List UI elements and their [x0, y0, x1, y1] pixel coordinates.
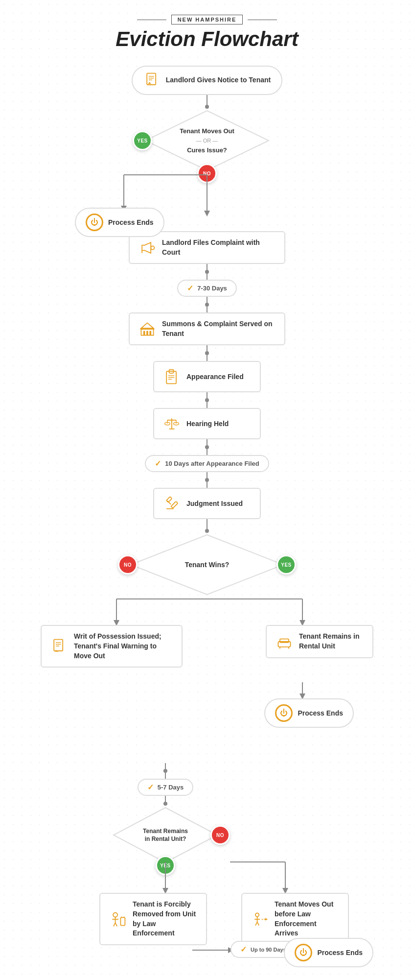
svg-point-72: [255, 913, 259, 916]
landlord-notice-label: Landlord Gives Notice to Tenant: [166, 75, 271, 85]
tenant-remains-q-label: Tenant Remainsin Rental Unit?: [143, 827, 188, 844]
process-ends-label-1: Process Ends: [108, 218, 154, 226]
tenant-moves-out-label: Tenant Moves Out— OR —Cures Issue?: [180, 126, 234, 155]
svg-marker-78: [265, 918, 268, 920]
hearing-box: Hearing Held: [153, 408, 261, 439]
hearing-label: Hearing Held: [186, 419, 229, 429]
tenant-wins-label: Tenant Wins?: [185, 561, 230, 569]
yes-circle-1: YES: [133, 131, 152, 150]
megaphone-icon: [138, 239, 156, 257]
branch-1: ⏻ Process Ends: [60, 172, 354, 231]
tenant-wins-diamond: Tenant Wins? NO YES: [129, 533, 285, 597]
scales-icon: [163, 415, 181, 432]
conn1: [207, 95, 207, 105]
days-7-30-label: 7-30 Days: [197, 285, 227, 292]
process-ends-label-3: Process Ends: [317, 949, 363, 956]
writ-box: Writ of Possession Issued; Tenant's Fina…: [41, 625, 183, 668]
process-ends-label-2: Process Ends: [298, 709, 343, 717]
writ-icon: [50, 638, 68, 655]
svg-point-13: [151, 246, 154, 249]
moves-out-before-box: Tenant Moves Out before Law Enforcement …: [241, 893, 349, 945]
svg-line-68: [115, 923, 117, 926]
courthouse-icon: [138, 320, 156, 338]
svg-marker-11: [142, 242, 151, 253]
svg-rect-33: [166, 497, 172, 502]
tenant-moves-out-diamond: Tenant Moves Out— OR —Cures Issue? YES N…: [143, 109, 271, 172]
state-label: NEW HAMPSHIRE: [171, 15, 243, 24]
document-icon: [143, 72, 161, 89]
svg-rect-32: [171, 502, 178, 508]
svg-rect-45: [54, 639, 63, 650]
branch-2: Writ of Possession Issued; Tenant's Fina…: [36, 597, 378, 763]
no-circle-3: NO: [210, 825, 230, 845]
power-icon-2: ⏻: [275, 704, 293, 722]
summons-label: Summons & Complaint Served on Tenant: [162, 319, 276, 338]
svg-marker-16: [141, 323, 153, 328]
conn2: [207, 264, 207, 270]
appearance-label: Appearance Filed: [186, 372, 244, 382]
moves-out-icon: [251, 910, 269, 928]
clipboard-icon: [163, 368, 181, 385]
svg-marker-10: [204, 211, 210, 216]
branch2-svg: [36, 597, 378, 763]
header-banner: NEW HAMPSHIRE: [137, 15, 277, 24]
judgment-label: Judgment Issued: [186, 499, 243, 509]
days-7-30-badge: ✓ 7-30 Days: [177, 280, 237, 297]
judgment-box: Judgment Issued: [153, 488, 261, 519]
days-10-badge: ✓ 10 Days after Appearance Filed: [145, 455, 269, 472]
tenant-remains-label: Tenant Remains in Rental Unit: [299, 632, 364, 651]
summons-box: Summons & Complaint Served on Tenant: [129, 312, 285, 345]
page-title: Eviction Flowchart: [115, 27, 298, 51]
forcibly-removed-label: Tenant is Forcibly Removed from Unit by …: [133, 900, 197, 938]
landlord-files-label: Landlord Files Complaint with Court: [162, 238, 276, 257]
tenant-remains-box: Tenant Remains in Rental Unit: [266, 625, 373, 658]
moves-out-before-label: Tenant Moves Out before Law Enforcement …: [275, 900, 339, 938]
flowchart: Landlord Gives Notice to Tenant Tenant M…: [0, 66, 414, 980]
svg-line-75: [255, 922, 257, 925]
svg-rect-0: [147, 73, 156, 85]
landlord-notice-box: Landlord Gives Notice to Tenant: [132, 66, 282, 95]
clock-icon-4: ✓: [240, 945, 247, 954]
power-icon-1: ⏻: [86, 214, 103, 231]
yes-circle-2: YES: [276, 555, 296, 574]
sofa-icon: [276, 633, 293, 650]
svg-point-64: [113, 912, 117, 917]
clock-icon-3: ✓: [147, 783, 154, 792]
process-ends-3: ⏻ Process Ends: [284, 938, 373, 967]
appearance-box: Appearance Filed: [153, 361, 261, 392]
svg-rect-18: [146, 331, 148, 335]
enforcement-icon: [109, 910, 127, 928]
gavel-icon: [163, 495, 181, 512]
svg-line-76: [257, 922, 259, 925]
days-10-label: 10 Days after Appearance Filed: [165, 460, 259, 467]
dot1: [205, 105, 209, 109]
clock-icon-2: ✓: [155, 459, 161, 468]
days-5-7-label: 5-7 Days: [158, 784, 184, 791]
process-ends-2: ⏻ Process Ends: [264, 698, 354, 728]
power-icon-3: ⏻: [295, 944, 312, 961]
svg-rect-69: [120, 917, 125, 925]
branch-3: Tenant is Forcibly Removed from Unit by …: [36, 860, 378, 980]
svg-rect-17: [143, 331, 145, 335]
days-5-7-badge: ✓ 5-7 Days: [138, 779, 193, 796]
no-circle-2: NO: [118, 555, 138, 574]
writ-label: Writ of Possession Issued; Tenant's Fina…: [74, 632, 173, 661]
svg-rect-19: [150, 331, 152, 335]
process-ends-1: ⏻ Process Ends: [75, 208, 164, 237]
svg-line-67: [114, 923, 115, 926]
clock-icon-1: ✓: [187, 284, 193, 293]
forcibly-removed-box: Tenant is Forcibly Removed from Unit by …: [99, 893, 207, 945]
svg-marker-4: [148, 82, 151, 84]
tenant-remains-q-diamond: Tenant Remainsin Rental Unit? YES NO: [112, 806, 219, 864]
